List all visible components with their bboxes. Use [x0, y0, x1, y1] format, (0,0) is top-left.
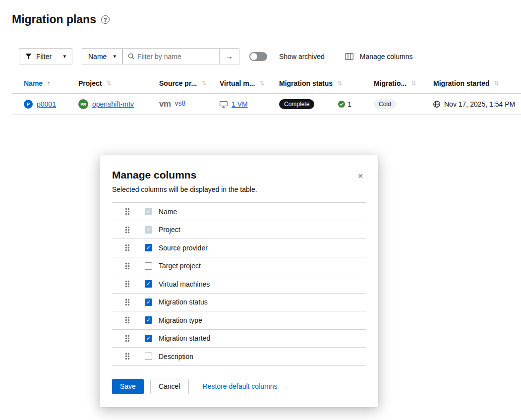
column-header-name[interactable]: Name ↑ [24, 79, 78, 87]
show-archived-toggle[interactable] [249, 52, 267, 61]
column-label: Source provider [159, 244, 208, 252]
drag-handle-icon[interactable] [125, 244, 130, 251]
attribute-select-value: Name [88, 53, 107, 60]
column-list-item: ✓ Project [112, 221, 366, 240]
drag-handle-icon[interactable] [125, 316, 130, 324]
search-icon-wrap [123, 53, 137, 60]
check-circle-icon [338, 101, 345, 108]
sort-ascending-icon: ↑ [47, 79, 51, 87]
drag-handle-icon[interactable] [125, 208, 130, 215]
manage-columns-modal: ✕ Manage columns Selected columns will b… [100, 155, 378, 407]
arrow-right-icon: → [226, 52, 233, 60]
save-button[interactable]: Save [112, 379, 144, 394]
drag-handle-icon[interactable] [125, 299, 130, 306]
column-checkbox[interactable]: ✓ [145, 244, 152, 251]
close-icon[interactable]: ✕ [355, 170, 365, 182]
manage-columns-button[interactable]: Manage columns [345, 53, 413, 60]
toolbar: Filter ▾ Name ▾ → Show archived Manage c… [19, 48, 412, 64]
cell-migration-status: Complete 1 [279, 99, 374, 109]
column-header-project[interactable]: Project ⇅ [78, 79, 159, 87]
column-label: Name [159, 208, 177, 216]
cell-migration-type: Cold [374, 99, 433, 109]
manage-columns-list: ✓ Name ✓ Project ✓ Source provider Targe… [112, 202, 366, 366]
column-label: Project [159, 226, 180, 234]
page-title: Migration plans [12, 13, 96, 26]
column-checkbox[interactable]: ✓ [145, 280, 152, 288]
filter-dropdown[interactable]: Filter ▾ [19, 48, 72, 64]
search-icon [128, 53, 134, 60]
column-checkbox[interactable]: ✓ [145, 335, 152, 342]
columns-icon [345, 53, 353, 60]
column-header-label: Migration status [279, 79, 333, 87]
column-header-migration-status[interactable]: Migration status ⇅ [279, 79, 374, 87]
column-checkbox[interactable]: ✓ [145, 316, 152, 324]
column-header-label: Source pr... [159, 79, 197, 87]
plans-table: Name ↑ Project ⇅ Source pr... ⇅ Virtual … [12, 73, 521, 115]
page-header: Migration plans ? [12, 13, 110, 26]
drag-handle-icon[interactable] [125, 280, 130, 288]
column-checkbox[interactable] [145, 353, 152, 360]
column-list-item: ✓ Source provider [112, 239, 366, 257]
sort-both-icon: ⇅ [411, 80, 416, 87]
drag-handle-icon[interactable] [125, 353, 130, 360]
column-header-virtual-machines[interactable]: Virtual m... ⇅ [220, 79, 279, 87]
help-icon[interactable]: ? [101, 15, 110, 24]
column-checkbox: ✓ [145, 208, 152, 215]
search-input[interactable] [137, 49, 219, 64]
cell-name: P p0001 [24, 100, 78, 109]
provider-link[interactable]: vs8 [175, 99, 186, 107]
project-link[interactable]: openshift-mtv [92, 100, 134, 108]
drag-handle-icon[interactable] [125, 262, 130, 270]
cancel-button[interactable]: Cancel [150, 379, 189, 394]
column-header-label: Virtual m... [220, 79, 255, 87]
plan-name-link[interactable]: p0001 [37, 100, 56, 108]
cell-virtual-machines: 1 VM [220, 100, 279, 108]
chevron-down-icon: ▾ [63, 53, 66, 60]
cell-project: PR openshift-mtv [78, 99, 159, 109]
search-submit-button[interactable]: → [219, 49, 239, 64]
show-archived-label: Show archived [279, 53, 325, 60]
column-list-item: ✓ Migration started [112, 330, 366, 348]
column-header-label: Migratio... [374, 79, 406, 87]
filter-dropdown-content: Filter [25, 53, 52, 60]
column-header-migration-started[interactable]: Migration started ⇅ [433, 79, 521, 87]
attribute-select[interactable]: Name ▾ [82, 48, 122, 64]
column-label: Migration started [159, 334, 210, 342]
vm-count-link[interactable]: 1 VM [232, 100, 248, 108]
drag-handle-icon[interactable] [125, 335, 130, 342]
sort-both-icon: ⇅ [259, 80, 264, 87]
column-checkbox[interactable]: ✓ [145, 299, 152, 306]
status-count-value: 1 [347, 100, 351, 108]
column-header-migration-type[interactable]: Migratio... ⇅ [374, 79, 433, 87]
column-checkbox: ✓ [145, 226, 152, 234]
sort-both-icon: ⇅ [201, 80, 206, 87]
chevron-down-icon: ▾ [113, 53, 116, 60]
filter-icon [25, 53, 32, 60]
migration-started-value: Nov 17, 2025, 1:54 PM [444, 100, 515, 108]
manage-columns-label: Manage columns [360, 53, 413, 60]
column-list-item: ✓ Migration type [112, 311, 366, 330]
migration-type-badge: Cold [374, 99, 396, 109]
search-group: → [122, 48, 239, 64]
modal-title: Manage columns [112, 169, 366, 181]
restore-default-columns-button[interactable]: Restore default columns [203, 382, 278, 390]
column-header-source-provider[interactable]: Source pr... ⇅ [159, 79, 220, 87]
filter-label: Filter [36, 53, 52, 60]
column-list-item: ✓ Virtual machines [112, 275, 366, 294]
column-label: Migration type [159, 316, 202, 324]
column-list-item: Description [112, 348, 366, 366]
column-header-label: Name [24, 79, 43, 87]
table-row: P p0001 PR openshift-mtv vm vs8 1 VM Com… [12, 94, 521, 115]
column-header-label: Migration started [433, 79, 490, 87]
plan-badge: P [24, 100, 33, 109]
modal-description: Selected columns will be displayed in th… [112, 185, 366, 193]
column-list-item: ✓ Name [112, 203, 366, 221]
column-label: Description [159, 353, 193, 360]
sort-both-icon: ⇅ [106, 80, 111, 87]
drag-handle-icon[interactable] [125, 226, 130, 234]
virtual-machine-icon [220, 101, 228, 108]
modal-footer: Save Cancel Restore default columns [112, 379, 366, 394]
column-label: Target project [159, 262, 201, 270]
project-badge: PR [78, 99, 88, 109]
column-checkbox[interactable] [145, 262, 152, 270]
